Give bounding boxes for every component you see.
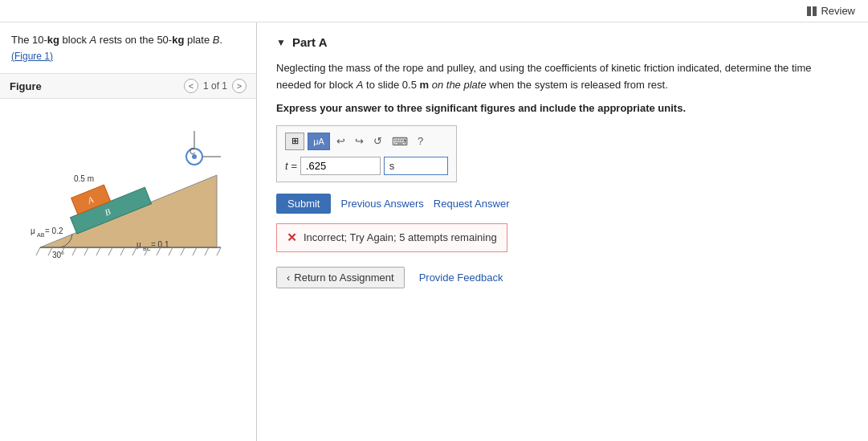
instruction-text: Express your answer to three significant… <box>276 102 849 114</box>
svg-text:30°: 30° <box>52 251 64 259</box>
part-title: Part A <box>292 35 328 49</box>
svg-line-31 <box>181 247 185 255</box>
return-chevron-icon: ‹ <box>287 272 290 284</box>
toolbar: ⊞ μA ↩ ↪ ↺ ⌨ ? <box>285 133 448 150</box>
right-panel: ▼ Part A Neglecting the mass of the rope… <box>257 22 868 441</box>
previous-answers-button[interactable]: Previous Answers <box>340 198 423 210</box>
svg-line-34 <box>217 247 221 255</box>
svg-line-32 <box>193 247 197 255</box>
error-text: Incorrect; Try Again; 5 attempts remaini… <box>304 231 497 243</box>
review-icon <box>807 6 817 16</box>
collapse-arrow-icon[interactable]: ▼ <box>276 37 286 48</box>
keyboard-icon[interactable]: ⌨ <box>389 133 411 149</box>
submit-button[interactable]: Submit <box>276 194 331 214</box>
svg-line-19 <box>36 247 40 255</box>
grid-button[interactable]: ⊞ <box>285 133 304 150</box>
help-icon[interactable]: ? <box>414 133 426 149</box>
part-header: ▼ Part A <box>276 35 849 49</box>
svg-line-27 <box>132 247 137 255</box>
svg-line-24 <box>96 247 100 255</box>
unit-input[interactable] <box>384 157 448 175</box>
return-label: Return to Assignment <box>294 272 393 284</box>
figure-count: 1 of 1 <box>203 80 227 92</box>
mu-label: μA <box>313 137 324 146</box>
figure-header: Figure < 1 of 1 > <box>0 74 256 99</box>
main-layout: The 10-kg block A rests on the 50-kg pla… <box>0 22 868 441</box>
grid-icon: ⊞ <box>291 136 299 146</box>
figure-title: Figure <box>10 80 42 92</box>
svg-line-33 <box>205 247 209 255</box>
part-description: Neglecting the mass of the rope and pull… <box>276 60 849 94</box>
answer-input[interactable] <box>300 157 381 175</box>
svg-text:C: C <box>189 147 195 156</box>
provide-feedback-button[interactable]: Provide Feedback <box>419 272 503 284</box>
figure-prev-button[interactable]: < <box>184 79 198 93</box>
request-answer-button[interactable]: Request Answer <box>434 198 510 210</box>
svg-line-25 <box>108 247 112 255</box>
left-panel: The 10-kg block A rests on the 50-kg pla… <box>0 22 257 441</box>
error-message: ✕ Incorrect; Try Again; 5 attempts remai… <box>276 223 507 252</box>
svg-line-30 <box>169 247 173 255</box>
input-row: t = <box>285 157 448 175</box>
top-bar: Review <box>0 0 868 22</box>
figure-svg: A B 0.5 m μ AB = 0.2 μ BC = 0.1 <box>24 107 233 267</box>
redo-icon[interactable]: ↪ <box>352 133 367 149</box>
error-x-icon: ✕ <box>287 231 297 245</box>
svg-line-23 <box>84 247 88 255</box>
problem-statement: The 10-kg block A rests on the 50-kg pla… <box>0 22 256 74</box>
svg-line-26 <box>120 247 124 255</box>
figure-next-button[interactable]: > <box>232 79 247 93</box>
problem-text: The 10-kg block A rests on the 50-kg pla… <box>11 34 222 62</box>
figure-nav: < 1 of 1 > <box>184 79 247 93</box>
svg-text:= 0.2: = 0.2 <box>45 227 63 235</box>
answer-box: ⊞ μA ↩ ↪ ↺ ⌨ ? t = <box>276 125 457 182</box>
mu-button[interactable]: μA <box>308 133 330 150</box>
bottom-row: ‹ Return to Assignment Provide Feedback <box>276 267 849 288</box>
svg-text:μ: μ <box>31 227 35 235</box>
review-button[interactable]: Review <box>807 5 855 17</box>
variable-label: t = <box>285 160 297 172</box>
review-label: Review <box>821 5 855 17</box>
undo-icon[interactable]: ↩ <box>333 133 348 149</box>
figure-area: A B 0.5 m μ AB = 0.2 μ BC = 0.1 <box>0 99 256 441</box>
svg-text:0.5 m: 0.5 m <box>74 174 94 183</box>
return-to-assignment-button[interactable]: ‹ Return to Assignment <box>276 267 405 288</box>
figure-link[interactable]: (Figure 1) <box>11 51 53 62</box>
svg-line-22 <box>72 247 76 255</box>
action-row: Submit Previous Answers Request Answer <box>276 194 849 214</box>
svg-text:AB: AB <box>37 232 45 238</box>
refresh-icon[interactable]: ↺ <box>370 133 385 149</box>
